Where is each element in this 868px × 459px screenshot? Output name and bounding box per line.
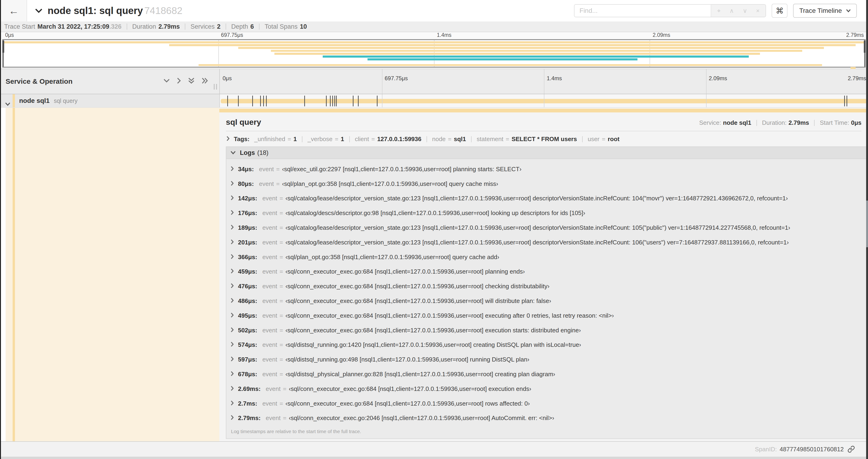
log-marker-tick[interactable] — [238, 96, 239, 106]
log-expander[interactable] — [230, 327, 234, 334]
span-service-name: node sql1 — [19, 97, 50, 104]
log-field-key: event — [259, 166, 274, 173]
log-expander[interactable] — [230, 195, 234, 202]
log-entry[interactable]: 495μs:event=‹sql/conn_executor_exec.go:6… — [230, 308, 866, 323]
log-marker-tick[interactable] — [377, 96, 377, 106]
expand-one-icon[interactable] — [177, 77, 181, 84]
log-expander[interactable] — [230, 166, 234, 173]
divider — [185, 24, 185, 30]
trace-total-spans: Total Spans10 — [265, 23, 307, 30]
log-marker-tick[interactable] — [260, 96, 261, 106]
log-marker-tick[interactable] — [844, 96, 845, 106]
tags-expander[interactable] — [226, 135, 229, 143]
view-options-button[interactable]: Trace Timeline — [793, 4, 857, 18]
log-entry[interactable]: 2.69ms:event=‹sql/conn_executor_exec.go:… — [230, 382, 866, 396]
logs-header[interactable]: Logs (18) — [226, 147, 866, 159]
log-marker-tick[interactable] — [304, 96, 305, 106]
log-field-key: event — [266, 415, 281, 422]
log-marker-tick[interactable] — [336, 96, 337, 106]
log-entry[interactable]: 201μs:event=‹sql/catalog/lease/descripto… — [230, 235, 866, 250]
minimap-span-bar — [238, 47, 824, 49]
log-marker-tick[interactable] — [332, 96, 333, 106]
minimap-viewing-layer[interactable] — [2, 39, 866, 68]
column-resize-handle[interactable] — [214, 84, 217, 90]
logs-accordion: Logs (18) 34μs:event=‹sql/exec_util.go:2… — [226, 146, 867, 439]
log-marker-tick[interactable] — [252, 96, 253, 106]
log-entry[interactable]: 502μs:event=‹sql/conn_executor_exec.go:6… — [230, 323, 866, 338]
next-result-icon[interactable]: ∨ — [743, 8, 747, 14]
search-input[interactable] — [575, 5, 711, 17]
scrollbar-thumb[interactable] — [866, 201, 868, 247]
log-expander[interactable] — [230, 400, 234, 407]
log-marker-tick[interactable] — [846, 96, 847, 106]
span-detail-duration-bar — [219, 109, 868, 112]
log-expander[interactable] — [230, 312, 234, 319]
clear-search-icon[interactable]: × — [756, 8, 760, 14]
tag-item: statement=SELECT * FROM users — [477, 135, 577, 143]
log-expander[interactable] — [230, 341, 234, 349]
span-collapse-chevron[interactable] — [5, 99, 10, 108]
log-expander[interactable] — [230, 283, 234, 290]
log-entry[interactable]: 486μs:event=‹sql/conn_executor_exec.go:6… — [230, 294, 866, 308]
prev-result-icon[interactable]: ∧ — [730, 8, 734, 14]
log-marker-tick[interactable] — [330, 96, 331, 106]
log-entry[interactable]: 142μs:event=‹sql/catalog/lease/descripto… — [230, 191, 866, 206]
log-expander[interactable] — [230, 415, 234, 422]
expand-all-icon[interactable] — [202, 77, 208, 84]
collapse-one-icon[interactable] — [163, 78, 170, 83]
collapse-all-icon[interactable] — [188, 77, 195, 84]
back-button[interactable]: ← — [1, 0, 27, 22]
log-timestamp: 201μs: — [238, 239, 257, 246]
keyboard-shortcuts-button[interactable]: ⌘ — [772, 4, 787, 18]
log-expander[interactable] — [230, 297, 234, 305]
service-operation-header: Service & Operation — [1, 69, 219, 94]
log-expander[interactable] — [230, 224, 234, 231]
locate-icon[interactable]: ⌖ — [717, 8, 721, 14]
log-entry[interactable]: 189μs:event=‹sql/catalog/lease/descripto… — [230, 220, 866, 235]
scrubber-handle[interactable] — [2, 41, 4, 53]
log-expander[interactable] — [230, 385, 234, 393]
span-detail-row: sql query Service:node sql1 Duration:2.7… — [1, 108, 868, 442]
minimap-left-scrubber[interactable] — [3, 40, 4, 67]
log-marker-tick[interactable] — [353, 96, 353, 106]
log-entry[interactable]: 2.79ms:event=‹sql/conn_executor_exec.go:… — [230, 411, 866, 426]
log-entry[interactable]: 574μs:event=‹sql/distsql_running.go:1420… — [230, 338, 866, 352]
log-expander[interactable] — [230, 180, 234, 188]
log-field-key: event — [262, 283, 277, 290]
tags-accordion[interactable]: Tags: _unfinished=1_verbose=1client=127.… — [219, 131, 868, 143]
log-entry[interactable]: 176μs:event=‹sql/catalog/descs/descripto… — [230, 206, 866, 220]
log-entry[interactable]: 366μs:event=‹sql/plan_opt.go:358 [nsql1,… — [230, 250, 866, 264]
log-expander[interactable] — [230, 268, 234, 275]
log-expander[interactable] — [230, 371, 234, 378]
log-marker-tick[interactable] — [266, 96, 267, 106]
collapse-trace-chevron[interactable] — [35, 8, 42, 13]
log-entry[interactable]: 459μs:event=‹sql/conn_executor_exec.go:6… — [230, 264, 866, 279]
log-entry[interactable]: 34μs:event=‹sql/exec_util.go:2297 [nsql1… — [230, 162, 866, 176]
log-marker-tick[interactable] — [334, 96, 335, 106]
log-expander[interactable] — [230, 356, 234, 363]
command-icon: ⌘ — [776, 6, 783, 15]
minimap-right-scrubber[interactable] — [864, 40, 865, 67]
chevron-right-icon — [230, 181, 234, 186]
equals-sign: = — [276, 180, 280, 188]
log-entry[interactable]: 80μs:event=‹sql/plan_opt.go:358 [nsql1,c… — [230, 176, 866, 191]
minimap-span-bar — [169, 44, 856, 46]
log-expander[interactable] — [230, 239, 234, 246]
log-marker-tick[interactable] — [227, 96, 228, 106]
top-bar: ← node sql1: sql query7418682 ⌖ ∧ ∨ × ⌘ — [1, 0, 868, 22]
log-field-value: ‹sql/distsql_running.go:498 [nsql1,clien… — [285, 356, 529, 363]
log-marker-tick[interactable] — [263, 96, 264, 106]
window-scrollbar[interactable] — [866, 0, 868, 459]
span-name-cell[interactable]: node sql1 sql query — [1, 94, 219, 107]
log-expander[interactable] — [230, 209, 234, 217]
log-entry[interactable]: 476μs:event=‹sql/conn_executor_exec.go:6… — [230, 279, 866, 294]
log-marker-tick[interactable] — [326, 96, 327, 106]
log-entry[interactable]: 678μs:event=‹sql/distsql_physical_planne… — [230, 367, 866, 382]
log-entry[interactable]: 2.7ms:event=‹sql/conn_executor_exec.go:6… — [230, 396, 866, 411]
copy-link-icon[interactable] — [847, 446, 855, 453]
log-expander[interactable] — [230, 254, 234, 261]
log-field-value: ‹sql/conn_executor_exec.go:684 [nsql1,cl… — [289, 385, 531, 393]
scrubber-handle[interactable] — [864, 41, 866, 53]
log-entry[interactable]: 597μs:event=‹sql/distsql_running.go:498 … — [230, 352, 866, 367]
log-marker-tick[interactable] — [358, 96, 359, 106]
